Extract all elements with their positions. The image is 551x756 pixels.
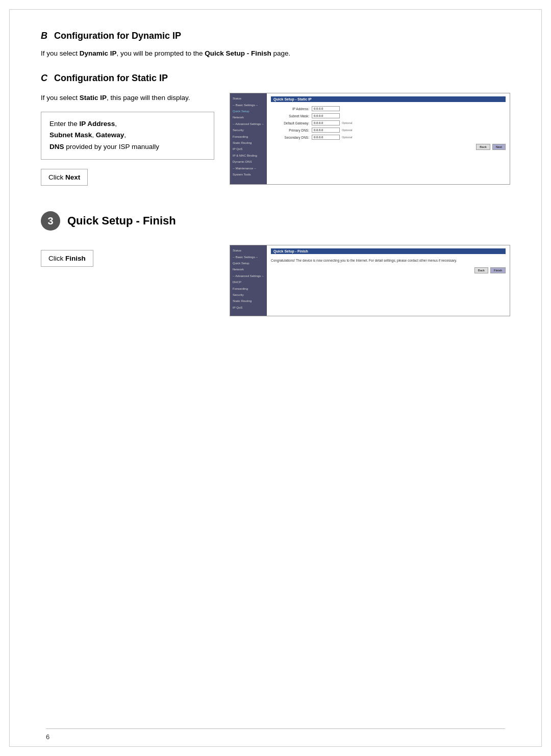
page-border	[9, 9, 542, 747]
page-number-value: 6	[46, 733, 49, 741]
page-number: 6	[46, 728, 505, 741]
